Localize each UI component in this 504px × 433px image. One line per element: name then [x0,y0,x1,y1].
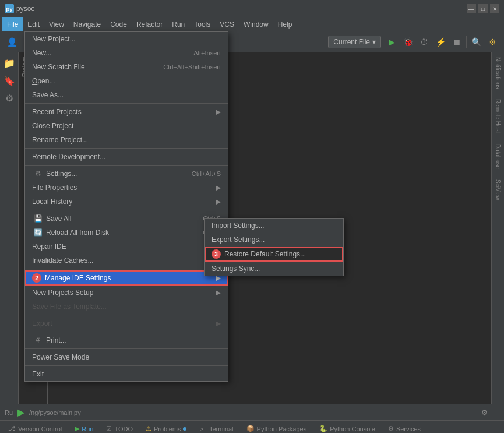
step-2-badge: 2 [32,273,41,283]
submenu-manage-ide: Import Settings... Export Settings... 3 … [204,218,344,276]
divider-6 [25,315,228,315]
title-bar-left: py pysoc [5,4,34,13]
menu-close-project[interactable]: Close Project [25,119,228,133]
menu-code[interactable]: Code [105,17,132,31]
menu-edit[interactable]: Edit [23,17,44,31]
step-3-badge: 3 [212,249,221,259]
app-icon: py [5,4,14,13]
menu-export: Export ▶ [25,316,228,330]
divider-1 [25,103,228,104]
divider-3 [25,165,228,166]
divider-5 [25,269,228,269]
file-menu-dropdown: New Project... New... Alt+Insert New Scr… [24,31,228,382]
menu-file-properties[interactable]: File Properties ▶ [25,181,228,195]
app-title: pysoc [16,5,34,13]
menu-repair-ide[interactable]: Repair IDE [25,240,228,254]
menu-run[interactable]: Run [167,17,189,31]
menu-recent-projects[interactable]: Recent Projects ▶ [25,105,228,119]
menu-open[interactable]: Open... [25,74,228,88]
divider-9 [25,365,228,366]
menu-rename-project[interactable]: Rename Project... [25,133,228,147]
menu-local-history[interactable]: Local History ▶ [25,195,228,209]
menu-window[interactable]: Window [239,17,273,31]
menu-new-projects-setup[interactable]: New Projects Setup ▶ [25,286,228,300]
dropdown-overlay: New Project... New... Alt+Insert New Scr… [0,31,504,433]
menu-new-scratch[interactable]: New Scratch File Ctrl+Alt+Shift+Insert [25,60,228,74]
divider-4 [25,210,228,210]
divider-8 [25,348,228,349]
menu-new-project[interactable]: New Project... [25,32,228,46]
menu-new[interactable]: New... Alt+Insert [25,46,228,60]
minimize-button[interactable]: — [467,4,476,13]
maximize-button[interactable]: □ [478,4,488,13]
menu-manage-ide-settings[interactable]: 2 Manage IDE Settings ▶ [25,270,228,286]
submenu-export-settings[interactable]: Export Settings... [205,233,343,247]
menu-tools[interactable]: Tools [189,17,215,31]
menu-save-file-template: Save File as Template... [25,300,228,314]
window-controls: — □ ✕ [467,4,499,13]
menu-save-as[interactable]: Save As... [25,88,228,102]
menu-view[interactable]: View [44,17,69,31]
menu-remote-dev[interactable]: Remote Development... [25,150,228,164]
menu-exit[interactable]: Exit [25,367,228,381]
menu-navigate[interactable]: Navigate [69,17,105,31]
divider-2 [25,148,228,149]
menu-vcs[interactable]: VCS [215,17,239,31]
menu-invalidate-caches[interactable]: Invalidate Caches... [25,254,228,267]
menu-bar: File Edit View Navigate Code Refactor Ru… [0,17,504,31]
submenu-settings-sync[interactable]: Settings Sync... [205,262,343,276]
menu-file[interactable]: File [2,17,23,31]
title-bar: py pysoc — □ ✕ [0,0,504,17]
divider-7 [25,332,228,332]
menu-print[interactable]: 🖨 Print... [25,333,228,347]
menu-refactor[interactable]: Refactor [132,17,167,31]
close-button[interactable]: ✕ [490,4,499,13]
menu-save-all[interactable]: 💾 Save All Ctrl+S [25,212,228,226]
menu-settings[interactable]: ⚙ Settings... Ctrl+Alt+S [25,167,228,181]
menu-power-save[interactable]: Power Save Mode [25,350,228,364]
submenu-import-settings[interactable]: Import Settings... [205,219,343,233]
submenu-restore-defaults[interactable]: 3 Restore Default Settings... [205,247,343,262]
menu-help[interactable]: Help [273,17,297,31]
menu-reload-disk[interactable]: 🔄 Reload All from Disk Ctrl+Y [25,226,228,240]
